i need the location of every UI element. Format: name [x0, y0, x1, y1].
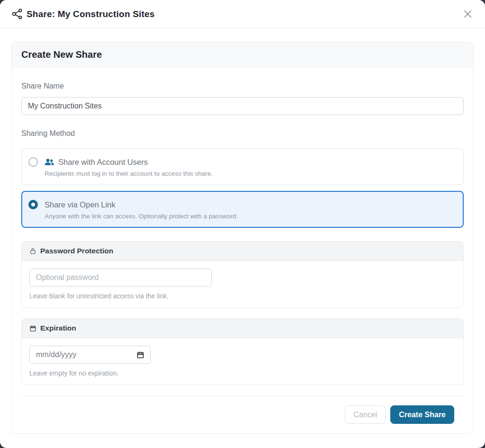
card-footer: Cancel Create Share [21, 395, 464, 433]
expiration-helper-text: Leave empty for no expiration. [29, 369, 456, 377]
password-protection-section: Password Protection Leave blank for unre… [21, 241, 464, 308]
lock-icon [29, 247, 36, 255]
share-name-label: Share Name [21, 82, 464, 90]
expiration-section-body: mm/dd/yyyy Leave empty for no expir [22, 338, 463, 385]
cancel-button[interactable]: Cancel [345, 405, 386, 424]
card-title: Create New Share [21, 49, 464, 60]
option-description: Anyone with the link can access. Optiona… [45, 213, 238, 220]
sharing-method-label: Sharing Method [21, 129, 464, 138]
password-input[interactable] [29, 269, 212, 287]
card-body: Share Name Sharing Method [12, 68, 473, 433]
option-label: Share with Account Users [58, 158, 148, 167]
option-content: Share via Open Link Anyone with the link… [45, 199, 238, 220]
radio-unchecked[interactable] [28, 157, 38, 167]
dialog-header: Share: My Construction Sites [0, 0, 485, 28]
password-section-body: Leave blank for unrestricted access via … [22, 261, 463, 307]
radio-checked[interactable] [28, 200, 38, 209]
create-share-card: Create New Share Share Name Sharing Meth… [11, 42, 474, 434]
date-placeholder: mm/dd/yyyy [36, 350, 76, 359]
close-button[interactable] [460, 7, 475, 21]
share-name-input[interactable] [21, 97, 464, 115]
expiration-section-header: Expiration [22, 319, 463, 338]
option-description: Recipients must log in to their account … [45, 170, 213, 177]
expiration-section-title: Expiration [40, 324, 76, 332]
close-icon [462, 9, 473, 19]
expiration-section: Expiration mm/dd/yyyy [21, 318, 464, 385]
create-share-button[interactable]: Create Share [390, 405, 454, 424]
option-share-with-account-users[interactable]: Share with Account Users Recipients must… [21, 148, 464, 185]
share-nodes-icon [11, 8, 23, 20]
password-section-title: Password Protection [40, 247, 113, 255]
calendar-icon [29, 325, 36, 332]
dialog-body: Create New Share Share Name Sharing Meth… [0, 28, 485, 448]
dialog-title: Share: My Construction Sites [27, 9, 155, 19]
password-section-header: Password Protection [22, 242, 463, 261]
password-helper-text: Leave blank for unrestricted access via … [29, 292, 456, 300]
option-content: Share with Account Users Recipients must… [45, 156, 213, 177]
calendar-picker-icon[interactable] [136, 351, 144, 359]
users-icon [45, 158, 54, 166]
expiration-date-input[interactable]: mm/dd/yyyy [29, 346, 151, 364]
option-label: Share via Open Link [45, 200, 116, 209]
option-share-via-open-link[interactable]: Share via Open Link Anyone with the link… [21, 191, 464, 228]
share-dialog: Share: My Construction Sites Create New … [0, 0, 485, 448]
card-header: Create New Share [12, 42, 473, 68]
